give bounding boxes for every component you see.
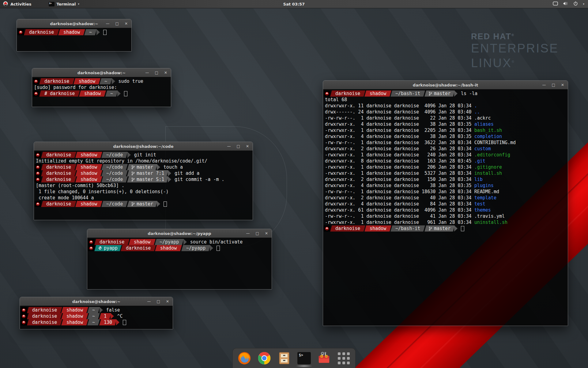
minimize-button[interactable]: — bbox=[246, 229, 250, 238]
prompt-segment-user: darknoise bbox=[330, 225, 365, 232]
prompt-segment-path: ~ bbox=[85, 29, 97, 35]
file-list-row: -rwxrwxr-x. 1 darknoise darknoise 2205 J… bbox=[324, 127, 568, 133]
prompt-segment-hat bbox=[35, 201, 41, 207]
prompt-segment-hat bbox=[33, 78, 40, 84]
terminal-content[interactable]: darknoiseshadow~/pyappsource bin/activat… bbox=[87, 238, 272, 289]
close-button[interactable]: ✕ bbox=[164, 68, 167, 77]
clock[interactable]: Sat 03:57 bbox=[283, 2, 305, 6]
command-text: git commit -a -m . bbox=[175, 176, 224, 182]
system-tray[interactable]: ▾ bbox=[553, 1, 588, 7]
volume-icon[interactable] bbox=[563, 1, 568, 7]
chrome-icon[interactable] bbox=[257, 351, 272, 366]
prompt-segment-hat bbox=[324, 225, 330, 232]
titlebar[interactable]: darknoise@shadow:~—□✕ bbox=[20, 297, 173, 306]
git-branch-icon bbox=[429, 92, 432, 96]
activities-button[interactable]: Activities bbox=[3, 1, 32, 7]
redhat-icon bbox=[19, 30, 23, 34]
maximize-button[interactable]: □ bbox=[256, 229, 259, 238]
file-name: README.md bbox=[474, 189, 499, 194]
maximize-button[interactable]: □ bbox=[115, 19, 119, 28]
file-name: .gitignore bbox=[474, 164, 502, 170]
titlebar[interactable]: darknoise@shadow:~/pyapp—□✕ bbox=[87, 229, 272, 238]
prompt-segment-path: ~/code bbox=[102, 176, 128, 182]
terminal-content[interactable]: darknoiseshadow~falsedarknoiseshadow~1^C… bbox=[20, 306, 173, 329]
prompt-line: darknoiseshadow~false bbox=[21, 307, 173, 313]
terminal-cursor bbox=[461, 226, 464, 231]
prompt-segment-hat bbox=[88, 239, 95, 245]
titlebar[interactable]: darknoise@shadow:~/code—□✕ bbox=[34, 142, 253, 151]
close-button[interactable]: ✕ bbox=[265, 229, 268, 238]
maximize-button[interactable]: □ bbox=[552, 81, 555, 89]
minimize-button[interactable]: — bbox=[227, 142, 231, 151]
file-list-row: -rwxrwxr-x. 1 darknoise darknoise 961 Ja… bbox=[324, 219, 568, 225]
terminal-output-line: 1 file changed, 0 insertions(+), 0 delet… bbox=[35, 189, 253, 195]
close-button[interactable]: ✕ bbox=[561, 81, 564, 89]
running-indicator bbox=[296, 365, 313, 367]
firefox-icon[interactable] bbox=[237, 351, 252, 366]
window-title: darknoise@shadow:~ bbox=[77, 71, 126, 75]
maximize-button[interactable]: □ bbox=[237, 142, 240, 151]
prompt-segment-branch: master S:1 bbox=[127, 176, 168, 182]
close-button[interactable]: ✕ bbox=[166, 297, 169, 306]
terminal-content[interactable]: darknoiseshadow~/bash-itmasterls -latota… bbox=[323, 89, 568, 326]
toolbox-icon[interactable] bbox=[317, 351, 331, 366]
prompt-segment-hat bbox=[324, 90, 330, 97]
prompt-segment-user: darknoise bbox=[39, 78, 74, 84]
top-bar: Activities $> Terminal ▾ Sat 03:57 ▾ bbox=[0, 0, 588, 8]
prompt-segment-path: ~/code bbox=[102, 152, 128, 158]
power-icon[interactable] bbox=[573, 1, 578, 7]
file-list-row: drwxrwxr-x. 4 darknoise darknoise 38 Jan… bbox=[324, 182, 568, 189]
redhat-icon bbox=[89, 246, 93, 250]
prompt-segment-exit: 1 bbox=[99, 313, 111, 319]
prompt-segment-host: shadow bbox=[364, 90, 391, 97]
maximize-button[interactable]: □ bbox=[157, 297, 160, 306]
prompt-line: darknoiseshadow~/pyappsource bin/activat… bbox=[88, 239, 272, 245]
tray-chevron-down-icon[interactable]: ▾ bbox=[583, 2, 584, 6]
terminal-content[interactable]: darknoiseshadow~/codegit initInitialized… bbox=[34, 151, 253, 220]
maximize-button[interactable]: □ bbox=[155, 68, 158, 77]
terminal-output-line: total 68 bbox=[324, 97, 568, 103]
file-list-row: -rw-rw-r--. 1 darknoise darknoise 18630 … bbox=[324, 189, 568, 195]
screen-icon[interactable] bbox=[553, 2, 558, 6]
prompt-segment-hat bbox=[21, 307, 27, 313]
prompt-segment-branch: master bbox=[424, 225, 455, 232]
files-icon[interactable] bbox=[277, 351, 292, 366]
prompt-segment-host: shadow bbox=[79, 90, 106, 97]
file-list-row: drwxrwxr-x. 11 darknoise darknoise 4096 … bbox=[324, 103, 568, 109]
prompt-segment-user: # darknoise bbox=[39, 90, 80, 97]
prompt-segment-host: shadow bbox=[61, 313, 88, 319]
redhat-icon bbox=[325, 227, 329, 231]
file-name: .travis.yml bbox=[474, 213, 505, 219]
titlebar[interactable]: darknoise@shadow:~—□✕ bbox=[32, 68, 171, 77]
app-menu[interactable]: $> Terminal ▾ bbox=[49, 2, 79, 6]
file-name: .editorconfig bbox=[474, 152, 510, 158]
prompt-segment-path: ~/bash-it bbox=[391, 90, 425, 97]
git-branch-icon bbox=[131, 171, 135, 175]
file-list-row: drwxrwxr-x. 8 darknoise darknoise 163 Ja… bbox=[324, 158, 568, 164]
terminal-cursor bbox=[124, 91, 127, 96]
terminal-content[interactable]: darknoiseshadow~sudo true[sudo] password… bbox=[32, 77, 171, 107]
redhat-icon bbox=[36, 153, 40, 157]
prompt-segment-user: darknoise bbox=[94, 239, 130, 245]
prompt-line: darknoiseshadow~/bash-itmaster bbox=[324, 225, 568, 232]
prompt-segment-path: ~ bbox=[88, 319, 100, 325]
file-list-row: drwx------. 24 darknoise darknoise 4096 … bbox=[324, 109, 568, 115]
minimize-button[interactable]: — bbox=[542, 81, 546, 89]
minimize-button[interactable]: — bbox=[145, 68, 149, 77]
prompt-line: darknoiseshadow~/codemaster bbox=[35, 201, 253, 207]
prompt-segment-path: ~ bbox=[100, 78, 112, 84]
close-button[interactable]: ✕ bbox=[125, 19, 128, 28]
window-title: darknoise@shadow:~ bbox=[72, 299, 120, 304]
file-name: install.sh bbox=[474, 171, 502, 176]
terminal-content[interactable]: darknoiseshadow~ bbox=[17, 28, 131, 51]
prompt-arrow bbox=[157, 164, 160, 170]
minimize-button[interactable]: — bbox=[106, 19, 110, 28]
close-button[interactable]: ✕ bbox=[246, 142, 249, 151]
titlebar[interactable]: darknoise@shadow:~/bash-it—□✕ bbox=[323, 81, 568, 90]
file-name: template bbox=[474, 195, 496, 201]
app-grid-icon[interactable] bbox=[337, 351, 351, 366]
terminal-icon[interactable]: $> bbox=[297, 351, 311, 366]
titlebar[interactable]: darknoise@shadow:~—□✕ bbox=[17, 19, 131, 28]
redhat-icon bbox=[22, 320, 26, 324]
minimize-button[interactable]: — bbox=[147, 297, 151, 306]
